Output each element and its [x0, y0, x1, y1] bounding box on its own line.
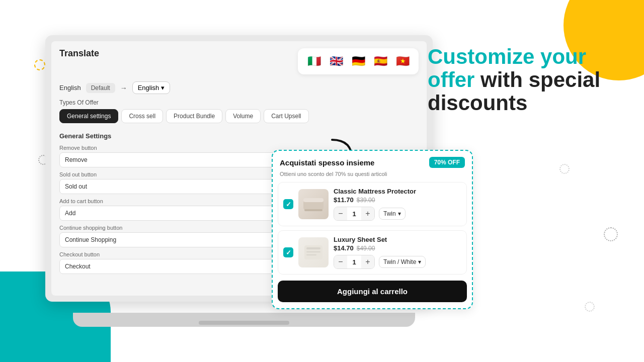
- decorative-circle-mr: [604, 227, 618, 241]
- language-row: English Default → English ▾: [51, 79, 427, 99]
- svg-rect-4: [306, 247, 320, 249]
- add-to-cart-button[interactable]: Aggiungi al carrello: [278, 281, 467, 302]
- flag-german[interactable]: 🇩🇪: [349, 52, 367, 70]
- product-2-info: Luxury Sheet Set $14.70 $49.00 − 1 + Twi…: [334, 236, 461, 269]
- product-1-variant-value: Twin: [383, 210, 396, 217]
- product-2-price-old: $49.00: [357, 245, 375, 252]
- product-1-variant-select[interactable]: Twin ▾: [379, 208, 406, 220]
- svg-rect-1: [303, 198, 324, 202]
- tab-product-bundle[interactable]: Product Bundle: [166, 109, 222, 123]
- product-2-checkbox[interactable]: [283, 247, 293, 257]
- product-2-qty-row: − 1 + Twin / White ▾: [334, 255, 461, 269]
- product-1-variant-chevron: ▾: [398, 210, 401, 217]
- tab-cross-sell[interactable]: Cross sell: [121, 109, 163, 123]
- widget-subtitle: Ottieni uno sconto del 70% su questi art…: [273, 171, 472, 182]
- lang-source-label: English: [59, 84, 81, 92]
- product-widget: Acquistati spesso insieme 70% OFF Ottien…: [272, 150, 473, 309]
- product-1-price-row: $11.70 $39.00: [334, 196, 461, 204]
- product-1-qty-control: − 1 +: [334, 207, 375, 221]
- decorative-circle-tr: [559, 164, 570, 174]
- widget-header: Acquistati spesso insieme 70% OFF: [273, 151, 472, 171]
- lang-default-badge: Default: [86, 83, 115, 93]
- flag-italian[interactable]: 🇮🇹: [305, 52, 323, 70]
- product-2-image: [298, 237, 329, 267]
- flag-spanish[interactable]: 🇪🇸: [371, 52, 389, 70]
- product-2-price-row: $14.70 $49.00: [334, 244, 461, 252]
- product-1-price-old: $39.00: [357, 197, 375, 204]
- svg-rect-5: [306, 251, 320, 252]
- tab-volume[interactable]: Volume: [225, 109, 261, 123]
- tabs-row: General settings Cross sell Product Bund…: [59, 109, 419, 123]
- product-2-name: Luxury Sheet Set: [334, 236, 461, 243]
- product-1-qty-row: − 1 + Twin ▾: [334, 207, 461, 221]
- flags-row: 🇮🇹 🇬🇧 🇩🇪 🇪🇸 🇻🇳: [298, 48, 419, 74]
- headline: Customize youroffer with specialdiscount…: [428, 45, 629, 115]
- off-badge: 70% OFF: [429, 157, 465, 168]
- product-2-qty-minus[interactable]: −: [334, 255, 347, 268]
- product-1-qty-plus[interactable]: +: [361, 207, 374, 220]
- product-2-variant-select[interactable]: Twin / White ▾: [379, 256, 426, 268]
- product-1-name: Classic Mattress Protector: [334, 188, 461, 195]
- app-header: Translate 🇮🇹 🇬🇧 🇩🇪 🇪🇸 🇻🇳: [51, 41, 427, 79]
- product-1-checkbox[interactable]: [283, 199, 293, 209]
- product-2-qty-value: 1: [347, 258, 361, 266]
- decorative-circle-br: [585, 302, 595, 312]
- tabs-section: Types Of Offer General settings Cross se…: [51, 99, 427, 127]
- product-1-qty-value: 1: [347, 210, 361, 218]
- product-2-qty-plus[interactable]: +: [361, 255, 374, 268]
- product-1-image: [298, 189, 329, 219]
- app-title: Translate: [59, 48, 99, 59]
- product-2-variant-value: Twin / White: [383, 258, 416, 265]
- product-2-price-new: $14.70: [334, 244, 354, 252]
- product-card-2: Luxury Sheet Set $14.70 $49.00 − 1 + Twi…: [278, 230, 467, 275]
- product-1-price-new: $11.70: [334, 196, 354, 204]
- lang-chevron-icon: ▾: [161, 84, 165, 92]
- lang-target-value: English: [138, 84, 159, 92]
- svg-rect-2: [304, 209, 323, 211]
- lang-arrow-icon: →: [120, 84, 127, 92]
- right-panel: Customize youroffer with specialdiscount…: [428, 45, 629, 115]
- settings-title: General Settings: [59, 132, 419, 140]
- widget-title: Acquistati spesso insieme: [280, 158, 374, 167]
- decorative-circle-tl: [34, 59, 45, 70]
- tab-cart-upsell[interactable]: Cart Upsell: [264, 109, 308, 123]
- tab-general-settings[interactable]: General settings: [59, 109, 118, 123]
- product-1-qty-minus[interactable]: −: [334, 207, 347, 220]
- product-2-variant-chevron: ▾: [418, 258, 421, 265]
- svg-rect-6: [306, 254, 316, 255]
- tabs-section-label: Types Of Offer: [59, 99, 419, 106]
- flag-vietnamese[interactable]: 🇻🇳: [393, 52, 412, 70]
- product-1-info: Classic Mattress Protector $11.70 $39.00…: [334, 188, 461, 221]
- flag-english[interactable]: 🇬🇧: [327, 52, 345, 70]
- laptop-base: [73, 313, 415, 327]
- product-2-qty-control: − 1 +: [334, 255, 375, 269]
- product-card-1: Classic Mattress Protector $11.70 $39.00…: [278, 182, 467, 226]
- lang-target-select[interactable]: English ▾: [132, 81, 171, 94]
